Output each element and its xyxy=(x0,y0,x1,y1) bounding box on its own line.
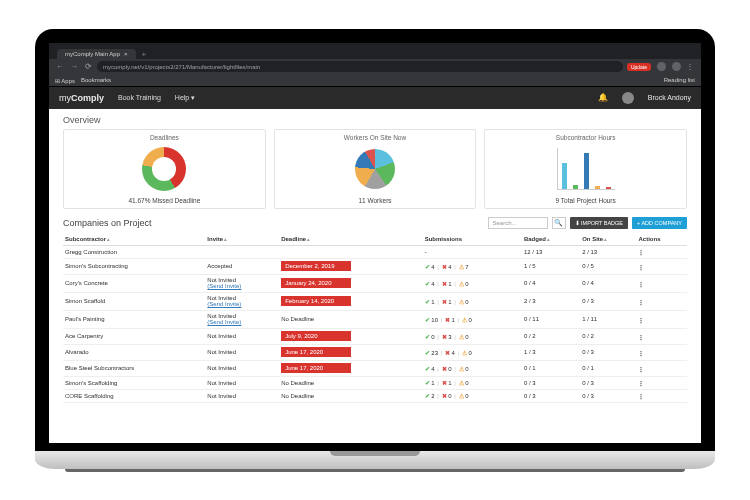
cell-deadline[interactable]: July 9, 2020 xyxy=(279,328,423,344)
actions-icon: ⋮ xyxy=(638,334,643,340)
table-row: Simon's Subcontracting Accepted December… xyxy=(63,258,687,274)
bookmarks-shortcut[interactable]: Bookmarks xyxy=(81,77,111,83)
ext-icon[interactable] xyxy=(657,62,666,71)
cell-actions[interactable]: ⋮ xyxy=(636,344,687,360)
cell-badged: 1 / 5 xyxy=(522,258,580,274)
reading-list[interactable]: Reading list xyxy=(664,77,695,83)
cell-submissions: ✔ 23 | ✖ 4 | ⚠ 0 xyxy=(423,344,522,360)
cell-submissions: ✔ 0 | ✖ 3 | ⚠ 0 xyxy=(423,328,522,344)
cell-deadline[interactable]: June 17, 2020 xyxy=(279,344,423,360)
cell-deadline[interactable]: No Deadline xyxy=(279,310,423,328)
update-chip[interactable]: Update xyxy=(627,63,651,71)
cell-badged: 0 / 3 xyxy=(522,376,580,389)
col-onsite[interactable]: On Site▴ xyxy=(580,233,636,246)
cell-actions[interactable]: ⋮ xyxy=(636,360,687,376)
search-input[interactable]: Search... xyxy=(488,217,548,229)
cell-name[interactable]: Paul's Painting xyxy=(63,310,205,328)
app-header: myComply Book Training Help ▾ 🔔 Brock An… xyxy=(49,87,701,109)
cell-name[interactable]: CORE Scaffolding xyxy=(63,389,205,402)
cell-actions[interactable]: ⋮ xyxy=(636,389,687,402)
new-tab-icon[interactable]: + xyxy=(142,50,147,59)
cell-actions[interactable]: ⋮ xyxy=(636,328,687,344)
cell-invite[interactable]: Not Invited xyxy=(205,389,279,402)
cell-badged: 0 / 11 xyxy=(522,310,580,328)
avatar[interactable] xyxy=(622,92,634,104)
cell-invite[interactable]: Accepted xyxy=(205,258,279,274)
cell-deadline[interactable]: February 14, 2020 xyxy=(279,292,423,310)
forward-icon[interactable]: → xyxy=(69,62,79,71)
cell-invite[interactable]: Not Invited xyxy=(205,376,279,389)
cell-actions[interactable]: ⋮ xyxy=(636,376,687,389)
nav-help[interactable]: Help ▾ xyxy=(175,94,195,102)
cell-onsite: 0 / 1 xyxy=(580,360,636,376)
cell-invite[interactable]: Not Invited(Send Invite) xyxy=(205,310,279,328)
cell-actions[interactable]: ⋮ xyxy=(636,274,687,292)
profile-icon[interactable] xyxy=(672,62,681,71)
cell-deadline[interactable]: No Deadline xyxy=(279,376,423,389)
cell-invite[interactable]: Not Invited xyxy=(205,328,279,344)
cell-name[interactable]: Alvarado xyxy=(63,344,205,360)
card-hours: Subcontractor Hours 9 Total Project Hour… xyxy=(484,129,687,209)
cell-badged: 0 / 1 xyxy=(522,360,580,376)
cell-name[interactable]: Ace Carpentry xyxy=(63,328,205,344)
col-submissions[interactable]: Submissions xyxy=(423,233,522,246)
table-row: Cory's Concrete Not Invited(Send Invite)… xyxy=(63,274,687,292)
actions-icon: ⋮ xyxy=(638,380,643,386)
cell-name[interactable]: Cory's Concrete xyxy=(63,274,205,292)
add-company-button[interactable]: + ADD COMPANY xyxy=(632,217,687,229)
col-subcontractor[interactable]: Subcontractor▴ xyxy=(63,233,205,246)
url-text: mycomply.net/v1/projects2/271/Manufactur… xyxy=(103,64,260,70)
cell-deadline[interactable] xyxy=(279,245,423,258)
apps-shortcut[interactable]: ⊞ Apps xyxy=(55,77,75,84)
cell-name[interactable]: Blue Steel Subcontractors xyxy=(63,360,205,376)
cell-onsite: 0 / 3 xyxy=(580,292,636,310)
cell-name[interactable]: Simon's Subcontracting xyxy=(63,258,205,274)
url-field[interactable]: mycomply.net/v1/projects2/271/Manufactur… xyxy=(97,61,623,72)
tab-title: myComply Main App xyxy=(65,51,120,57)
cell-actions[interactable]: ⋮ xyxy=(636,310,687,328)
actions-icon: ⋮ xyxy=(638,350,643,356)
col-badged[interactable]: Badged▴ xyxy=(522,233,580,246)
col-invite[interactable]: Invite▴ xyxy=(205,233,279,246)
menu-icon[interactable]: ⋮ xyxy=(685,62,695,71)
cell-submissions: - xyxy=(423,245,522,258)
browser-tab[interactable]: myComply Main App × xyxy=(57,49,136,59)
cell-submissions: ✔ 1 | ✖ 1 | ⚠ 0 xyxy=(423,376,522,389)
cell-name[interactable]: Simon's Scaffolding xyxy=(63,376,205,389)
cell-badged: 2 / 3 xyxy=(522,292,580,310)
cell-submissions: ✔ 2 | ✖ 0 | ⚠ 0 xyxy=(423,389,522,402)
screen-bezel: myComply Main App × + ← → ⟳ mycomply.net… xyxy=(35,29,715,451)
cell-name[interactable]: Simon Scaffold xyxy=(63,292,205,310)
content: Overview Deadlines 41.67% Missed Deadlin… xyxy=(49,109,701,443)
nav-book-training[interactable]: Book Training xyxy=(118,94,161,101)
cell-actions[interactable]: ⋮ xyxy=(636,245,687,258)
cell-actions[interactable]: ⋮ xyxy=(636,292,687,310)
col-deadline[interactable]: Deadline▴ xyxy=(279,233,423,246)
cell-submissions: ✔ 1 | ✖ 1 | ⚠ 0 xyxy=(423,292,522,310)
actions-icon: ⋮ xyxy=(638,249,643,255)
cell-deadline[interactable]: January 24, 2020 xyxy=(279,274,423,292)
cell-invite[interactable]: Not Invited(Send Invite) xyxy=(205,274,279,292)
close-tab-icon[interactable]: × xyxy=(124,51,128,57)
reload-icon[interactable]: ⟳ xyxy=(83,62,93,71)
cell-invite[interactable] xyxy=(205,245,279,258)
table-row: Paul's Painting Not Invited(Send Invite)… xyxy=(63,310,687,328)
cell-name[interactable]: Gregg Construction xyxy=(63,245,205,258)
card-deadlines: Deadlines 41.67% Missed Deadline xyxy=(63,129,266,209)
companies-table: Subcontractor▴ Invite▴ Deadline▴ Submiss… xyxy=(63,233,687,403)
import-badge-button[interactable]: ⬇ IMPORT BADGE xyxy=(570,217,629,229)
cell-deadline[interactable]: No Deadline xyxy=(279,389,423,402)
col-actions[interactable]: Actions xyxy=(636,233,687,246)
cell-invite[interactable]: Not Invited(Send Invite) xyxy=(205,292,279,310)
cell-actions[interactable]: ⋮ xyxy=(636,258,687,274)
cell-badged: 1 / 3 xyxy=(522,344,580,360)
cell-deadline[interactable]: December 2, 2019 xyxy=(279,258,423,274)
cell-invite[interactable]: Not Invited xyxy=(205,344,279,360)
search-button[interactable]: 🔍 xyxy=(552,217,566,229)
cell-deadline[interactable]: June 17, 2020 xyxy=(279,360,423,376)
back-icon[interactable]: ← xyxy=(55,62,65,71)
bell-icon[interactable]: 🔔 xyxy=(598,93,608,102)
cell-invite[interactable]: Not Invited xyxy=(205,360,279,376)
user-name[interactable]: Brock Andony xyxy=(648,94,691,101)
logo[interactable]: myComply xyxy=(59,93,104,103)
